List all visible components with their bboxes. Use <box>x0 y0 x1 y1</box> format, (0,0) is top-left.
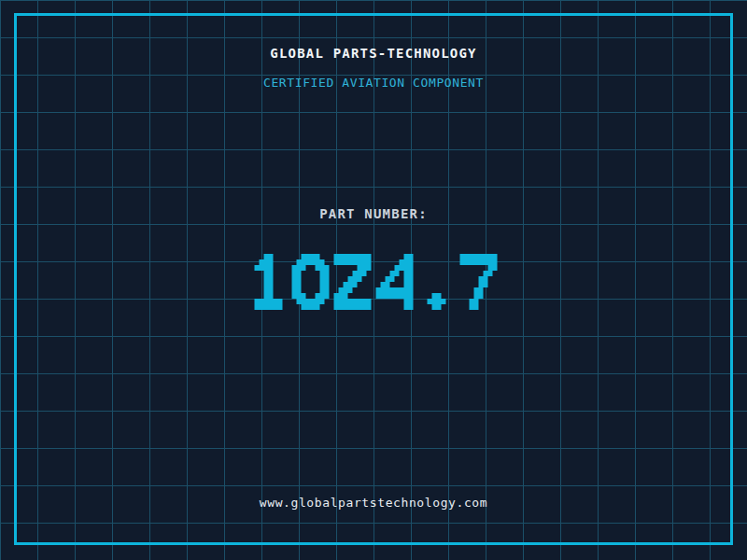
website-url: www.globalpartstechnology.com <box>0 496 747 510</box>
part-number-label: PART NUMBER: <box>0 206 747 221</box>
certification-subtitle: CERTIFIED AVIATION COMPONENT <box>0 76 747 90</box>
blueprint-page: GLOBAL PARTS-TECHNOLOGY CERTIFIED AVIATI… <box>0 0 747 560</box>
company-title: GLOBAL PARTS-TECHNOLOGY <box>0 46 747 61</box>
part-number-display <box>250 254 498 310</box>
